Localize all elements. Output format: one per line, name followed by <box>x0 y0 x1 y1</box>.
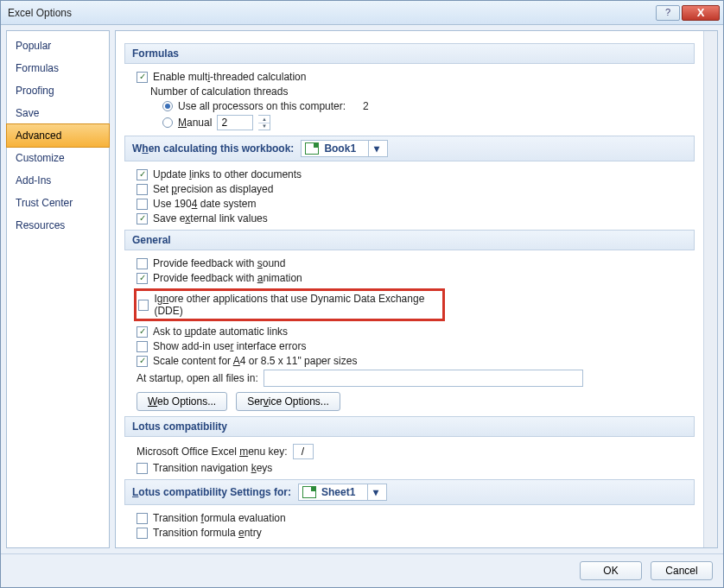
spinner-manual-threads[interactable]: ▲▼ <box>258 115 270 130</box>
sidebar-item-formulas[interactable]: Formulas <box>7 57 109 79</box>
button-service-options[interactable]: Service Options... <box>236 392 340 411</box>
main-panel: Formulas ✓ Enable multi-threaded calcula… <box>115 30 718 548</box>
label-set-precision: Set precision as displayed <box>153 183 273 195</box>
checkbox-transition-entry[interactable] <box>137 528 148 539</box>
sidebar-item-popular[interactable]: Popular <box>7 35 109 57</box>
label-transition-nav: Transition navigation keys <box>153 462 272 474</box>
sidebar-item-proofing[interactable]: Proofing <box>7 79 109 102</box>
sidebar-item-save[interactable]: Save <box>7 102 109 124</box>
checkbox-ask-update-links[interactable]: ✓ <box>137 326 148 338</box>
value-processor-count: 2 <box>363 100 369 112</box>
sidebar-item-addins[interactable]: Add-Ins <box>7 169 109 192</box>
label-ignore-dde: Ignore other applications that use Dynam… <box>154 293 441 317</box>
checkbox-feedback-sound[interactable] <box>137 258 148 269</box>
label-show-addin-errors: Show add-in user interface errors <box>153 340 306 352</box>
input-startup-path[interactable] <box>264 370 583 387</box>
sidebar-item-advanced[interactable]: Advanced <box>6 123 110 148</box>
checkbox-show-addin-errors[interactable] <box>137 341 148 352</box>
label-num-threads: Number of calculation threads <box>150 85 288 98</box>
label-ask-update-links: Ask to update automatic links <box>153 326 288 338</box>
dropdown-workbook-value: Book1 <box>324 142 356 155</box>
checkbox-enable-multithread[interactable]: ✓ <box>137 72 148 83</box>
input-manual-threads[interactable]: 2 <box>217 115 253 130</box>
sheet-icon <box>302 486 316 498</box>
chevron-down-icon: ▾ <box>368 141 384 156</box>
sidebar-item-trust-center[interactable]: Trust Center <box>7 192 109 214</box>
checkbox-use-1904[interactable] <box>137 199 148 210</box>
category-sidebar: Popular Formulas Proofing Save Advanced … <box>6 30 110 548</box>
dropdown-sheet[interactable]: Sheet1 ▾ <box>298 484 387 501</box>
sidebar-item-resources[interactable]: Resources <box>7 214 109 237</box>
checkbox-save-external[interactable]: ✓ <box>137 213 148 224</box>
dialog-body: Popular Formulas Proofing Save Advanced … <box>1 25 723 553</box>
section-lotus-title: Lotus compatibility <box>132 420 227 433</box>
label-update-links: Update links to other documents <box>153 168 302 180</box>
checkbox-transition-eval[interactable] <box>137 513 148 524</box>
section-general: General <box>124 230 695 250</box>
label-transition-eval: Transition formula evaluation <box>153 512 286 524</box>
label-transition-entry: Transition formula entry <box>153 527 262 539</box>
section-general-title: General <box>132 234 171 246</box>
ok-button[interactable]: OK <box>580 561 642 580</box>
radio-use-all-processors[interactable] <box>162 101 173 111</box>
dropdown-workbook[interactable]: Book1 ▾ <box>301 140 388 157</box>
section-lotus: Lotus compatibility <box>124 416 695 437</box>
label-feedback-sound: Provide feedback with sound <box>153 257 285 269</box>
label-use-1904: Use 1904 date system <box>153 198 256 210</box>
excel-options-dialog: Excel Options ? X Popular Formulas Proof… <box>0 0 724 588</box>
label-enable-multithread: Enable multi-threaded calculation <box>153 71 306 83</box>
section-formulas-title: Formulas <box>132 47 179 60</box>
workbook-icon <box>305 142 319 155</box>
label-scale-content: Scale content for A4 or 8.5 x 11" paper … <box>153 355 357 367</box>
titlebar: Excel Options ? X <box>1 1 723 25</box>
window-title: Excel Options <box>8 7 654 19</box>
button-web-options[interactable]: Web Options... <box>137 392 227 411</box>
vertical-scrollbar[interactable] <box>703 31 717 547</box>
dropdown-sheet-value: Sheet1 <box>321 486 355 498</box>
label-manual-threads: Manual <box>178 117 212 129</box>
label-use-all-processors: Use all processors on this computer: <box>178 100 346 112</box>
cancel-button[interactable]: Cancel <box>651 561 713 580</box>
checkbox-set-precision[interactable] <box>137 184 148 195</box>
section-lotus-for: Lotus compatibility Settings for: Sheet1… <box>124 479 695 505</box>
checkbox-scale-content[interactable]: ✓ <box>137 356 148 367</box>
dialog-button-bar: OK Cancel <box>1 553 723 587</box>
label-menu-key: Microsoft Office Excel menu key: <box>137 446 288 458</box>
section-calc-workbook: When calculating this workbook: Book1 ▾ <box>124 136 695 161</box>
checkbox-transition-nav[interactable] <box>137 463 148 474</box>
label-startup-open: At startup, open all files in: <box>137 372 258 384</box>
checkbox-update-links[interactable]: ✓ <box>137 169 148 180</box>
chevron-down-icon: ▾ <box>367 484 383 500</box>
sidebar-item-customize[interactable]: Customize <box>7 147 109 169</box>
section-formulas: Formulas <box>124 43 695 64</box>
radio-manual-threads[interactable] <box>162 117 173 128</box>
checkbox-feedback-animation[interactable]: ✓ <box>137 273 148 284</box>
checkbox-ignore-dde[interactable] <box>138 300 149 311</box>
label-save-external: Save external link values <box>153 212 268 224</box>
help-button[interactable]: ? <box>656 5 680 21</box>
close-button[interactable]: X <box>682 5 720 21</box>
label-feedback-animation: Provide feedback with animation <box>153 272 302 284</box>
input-menu-key[interactable]: / <box>293 444 314 459</box>
highlight-dde-option: Ignore other applications that use Dynam… <box>134 288 445 321</box>
